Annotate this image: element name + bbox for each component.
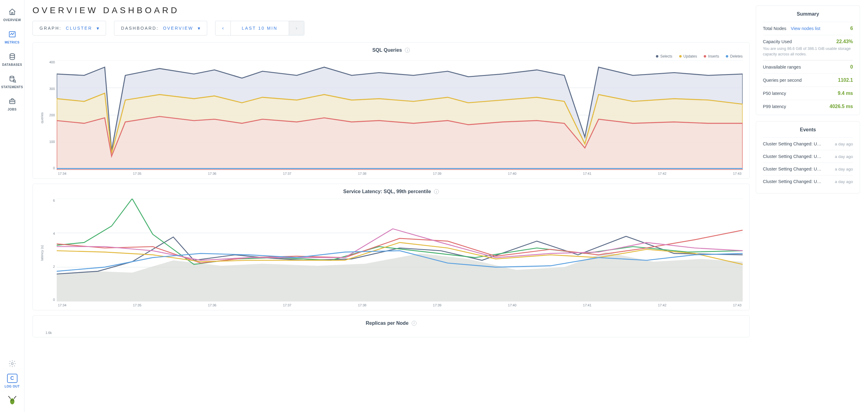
chart-title: Service Latency: SQL, 99th percentile: [343, 189, 431, 194]
events-card: Events Cluster Setting Changed: U… a day…: [756, 121, 860, 194]
svg-point-8: [12, 400, 13, 401]
home-icon: [8, 7, 17, 16]
database-icon: [8, 52, 17, 61]
nav-metrics[interactable]: METRICS: [0, 25, 24, 48]
chevron-right-icon: ›: [296, 25, 297, 31]
stat-label: Capacity Used: [763, 39, 792, 44]
nav-databases[interactable]: DATABASES: [0, 48, 24, 70]
summary-row-unavailable: Unavailable ranges 0: [763, 60, 853, 73]
nav-label: METRICS: [5, 41, 20, 44]
logout-label: LOG OUT: [5, 385, 20, 388]
time-next-button[interactable]: ›: [289, 21, 304, 35]
event-row[interactable]: Cluster Setting Changed: U… a day ago: [763, 137, 853, 150]
event-row[interactable]: Cluster Setting Changed: U… a day ago: [763, 163, 853, 175]
event-text: Cluster Setting Changed: U…: [763, 154, 822, 159]
svg-point-6: [10, 398, 14, 404]
chart-title: Replicas per Node: [366, 320, 409, 326]
replicas-chart-plot[interactable]: [53, 330, 743, 334]
dashboard-select-value: OVERVIEW: [163, 26, 193, 31]
svg-point-5: [11, 363, 13, 365]
event-time: a day ago: [835, 142, 853, 146]
event-row[interactable]: Cluster Setting Changed: U… a day ago: [763, 175, 853, 187]
summary-row-total-nodes: Total Nodes View nodes list 6: [763, 22, 853, 35]
chevron-left-icon: ‹: [222, 25, 224, 31]
nav-label: JOBS: [8, 108, 17, 111]
info-icon[interactable]: i: [405, 48, 410, 53]
y-ticks: 6 4 2 0: [44, 199, 55, 302]
replicas-chart-card: Replicas per Node i 1.6k: [32, 315, 750, 337]
nav-label: DATABASES: [2, 63, 22, 66]
svg-point-2: [10, 76, 14, 78]
event-text: Cluster Setting Changed: U…: [763, 167, 822, 171]
stat-label: Unavailable ranges: [763, 65, 801, 69]
svg-point-1: [10, 54, 14, 56]
event-text: Cluster Setting Changed: U…: [763, 141, 822, 146]
nav-statements[interactable]: STATEMENTS: [0, 70, 24, 93]
controls-row: GRAPH: CLUSTER ▾ DASHBOARD: OVERVIEW ▾ ‹…: [32, 21, 750, 35]
jobs-icon: [8, 97, 17, 106]
stat-label: Queries per second: [763, 78, 802, 83]
capacity-note: You are using 86.6 GiB of 386.1 GiB usab…: [763, 46, 853, 60]
legend-item[interactable]: Deletes: [726, 54, 743, 59]
event-time: a day ago: [835, 154, 853, 159]
svg-point-7: [11, 400, 12, 401]
summary-card: Summary Total Nodes View nodes list 6 Ca…: [756, 5, 860, 115]
summary-title: Summary: [763, 11, 853, 17]
info-icon[interactable]: i: [412, 321, 416, 326]
statements-icon: [8, 74, 17, 83]
stat-value: 4026.5 ms: [829, 104, 853, 109]
sql-queries-chart-card: SQL Queries i Selects Updates Inserts De…: [32, 42, 750, 179]
logout-button[interactable]: C LOG OUT: [0, 372, 24, 392]
stat-label: P99 latency: [763, 104, 786, 109]
y-ticks: 400 300 200 100 0: [44, 60, 55, 170]
stat-value: 0: [850, 64, 853, 70]
y-axis-label: queries: [39, 60, 44, 175]
graph-select[interactable]: GRAPH: CLUSTER ▾: [32, 21, 106, 35]
info-icon[interactable]: i: [434, 189, 439, 194]
summary-row-p50: P50 latency 9.4 ms: [763, 87, 853, 100]
stat-label: P50 latency: [763, 91, 786, 96]
y-axis-label: latency (s): [39, 199, 44, 307]
metrics-icon: [8, 30, 17, 39]
stat-value: 6: [850, 26, 853, 31]
view-nodes-link[interactable]: View nodes list: [791, 26, 820, 31]
nav-label: STATEMENTS: [1, 85, 23, 89]
latency-chart-plot[interactable]: 17:3417:3517:3617:3717:3817:3917:4017:41…: [57, 199, 743, 307]
cockroach-logo-icon: [7, 392, 18, 412]
sql-chart-plot[interactable]: 17:3417:3517:3617:3717:3817:3917:4017:41…: [57, 60, 743, 175]
time-range-picker: ‹ LAST 10 MIN ›: [215, 21, 304, 35]
caret-down-icon: ▾: [198, 25, 200, 31]
stat-label: Total Nodes: [763, 26, 786, 31]
event-time: a day ago: [835, 167, 853, 171]
caret-down-icon: ▾: [97, 25, 99, 31]
graph-select-label: GRAPH:: [39, 26, 62, 31]
page-title: OVERVIEW DASHBOARD: [32, 5, 750, 15]
nav-jobs[interactable]: JOBS: [0, 93, 24, 115]
dashboard-select-label: DASHBOARD:: [121, 26, 159, 31]
settings-button[interactable]: [8, 356, 16, 372]
stat-value: 22.43%: [836, 39, 853, 44]
nav-overview[interactable]: OVERVIEW: [0, 3, 24, 25]
events-title: Events: [763, 127, 853, 133]
event-row[interactable]: Cluster Setting Changed: U… a day ago: [763, 150, 853, 163]
sql-legend: Selects Updates Inserts Deletes: [39, 54, 743, 59]
x-ticks: 17:3417:3517:3617:3717:3817:3917:4017:41…: [57, 170, 743, 175]
event-time: a day ago: [835, 179, 853, 184]
legend-item[interactable]: Inserts: [704, 54, 719, 59]
time-prev-button[interactable]: ‹: [215, 21, 231, 35]
event-text: Cluster Setting Changed: U…: [763, 179, 822, 184]
legend-item[interactable]: Selects: [656, 54, 672, 59]
stat-value: 9.4 ms: [838, 91, 853, 96]
user-initial-icon: C: [7, 374, 18, 383]
dashboard-select[interactable]: DASHBOARD: OVERVIEW ▾: [114, 21, 207, 35]
time-range-label[interactable]: LAST 10 MIN: [231, 26, 289, 31]
x-ticks: 17:3417:3517:3617:3717:3817:3917:4017:41…: [57, 302, 743, 307]
legend-item[interactable]: Updates: [679, 54, 697, 59]
y-tick: 1.6k: [45, 331, 52, 335]
sidebar: OVERVIEW METRICS DATABASES STATEMENTS JO…: [0, 0, 25, 412]
stat-value: 1102.1: [838, 77, 853, 83]
summary-row-qps: Queries per second 1102.1: [763, 73, 853, 87]
chart-title: SQL Queries: [372, 47, 402, 53]
latency-chart-card: Service Latency: SQL, 99th percentile i …: [32, 184, 750, 310]
summary-row-p99: P99 latency 4026.5 ms: [763, 100, 853, 109]
